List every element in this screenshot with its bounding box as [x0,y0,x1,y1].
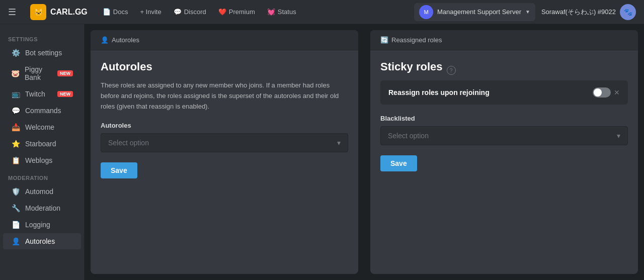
sticky-roles-panel: 🔄 Reassigned roles Sticky roles ? Reassi… [370,30,638,274]
reassign-toggle-row: Reassign roles upon rejoining ✕ [380,80,628,105]
commands-icon: 💬 [11,107,20,115]
server-avatar: M [419,5,433,19]
discord-link[interactable]: 💬 Discord [169,5,211,19]
new-badge: NEW [57,91,73,97]
autoroles-description: These roles are assigned to any new memb… [101,80,348,112]
autoroles-icon: 👤 [11,237,20,245]
sidebar-item-label: Logging [25,221,50,229]
server-name: Management Support Server [437,8,521,16]
username: Sorawaf(そらわぶ) #9022 [541,8,616,17]
autoroles-save-button[interactable]: Save [101,162,137,178]
sidebar-item-label: Twitch [25,90,45,98]
server-selector[interactable]: M Management Support Server ▼ [414,3,535,21]
main-layout: Settings ⚙️ Bot settings 🐷 Piggy Bank NE… [0,24,644,280]
welcome-icon: 📥 [11,123,20,131]
piggy-bank-icon: 🐷 [11,69,20,77]
sidebar-item-label: Autoroles [25,237,55,245]
blacklisted-label: Blacklisted [380,115,628,122]
sidebar-item-label: Automod [25,188,53,196]
logo-text: CARL.GG [50,8,88,17]
invite-link[interactable]: + Invite [135,5,166,19]
sidebar-item-label: Welcome [25,123,54,131]
premium-link[interactable]: ❤️ Premium [213,5,260,19]
autoroles-header-label: Autoroles [112,36,139,44]
help-icon[interactable]: ? [447,66,456,75]
sidebar-item-weblogs[interactable]: 📋 Weblogs [3,152,81,168]
automod-icon: 🛡️ [11,188,20,196]
sticky-roles-panel-header: 🔄 Reassigned roles [370,30,638,50]
autoroles-select-placeholder: Select option [108,139,149,147]
sidebar-item-label: Weblogs [25,156,52,164]
hamburger-icon[interactable]: ☰ [8,7,16,18]
sidebar-item-label: Piggy Bank [25,65,52,81]
settings-section-label: Settings [0,30,84,44]
toggle-clear-icon[interactable]: ✕ [614,88,620,97]
sidebar-item-welcome[interactable]: 📥 Welcome [3,119,81,135]
logo-icon: 🐱 [30,4,46,20]
autoroles-panel: 👤 Autoroles Autoroles These roles are as… [91,30,358,274]
topnav-right: M Management Support Server ▼ Sorawaf(そら… [414,3,636,21]
reassign-toggle-label: Reassign roles upon rejoining [388,88,490,97]
sidebar-item-autoroles[interactable]: 👤 Autoroles [3,233,81,249]
sidebar-item-label: Commands [25,107,61,115]
weblogs-icon: 📋 [11,156,20,164]
autoroles-select[interactable]: Select option ▾ [101,133,348,152]
reassign-toggle-switch[interactable] [593,87,611,98]
sticky-roles-title: Sticky roles [380,60,443,73]
sidebar-item-label: Starboard [25,140,56,148]
moderation-icon: 🔧 [11,204,20,212]
user-avatar[interactable]: 🐾 [620,4,636,20]
sidebar-item-label: Bot settings [25,49,62,57]
sticky-roles-header-row: Sticky roles ? [380,60,628,80]
chevron-down-icon: ▼ [525,9,530,15]
reassigned-roles-header-icon: 🔄 [380,36,388,44]
user-info: Sorawaf(そらわぶ) #9022 🐾 [541,4,636,20]
logging-icon: 📄 [11,221,20,229]
moderation-section-label: Moderation [0,169,84,183]
toggle-controls: ✕ [593,87,620,98]
sticky-roles-panel-body: Sticky roles ? Reassign roles upon rejoi… [370,50,638,274]
autoroles-title: Autoroles [101,60,348,73]
logo: 🐱 CARL.GG [30,4,88,20]
sidebar-item-moderation[interactable]: 🔧 Moderation [3,200,81,216]
topnav-links: 📄 Docs + Invite 💬 Discord ❤️ Premium 💓 S… [98,5,404,19]
docs-link[interactable]: 📄 Docs [98,5,133,19]
autoroles-header-icon: 👤 [101,36,109,44]
new-badge: NEW [57,70,73,76]
blacklisted-select[interactable]: Select option ▾ [380,126,628,145]
autoroles-panel-header: 👤 Autoroles [91,30,358,50]
blacklisted-select-placeholder: Select option [388,132,429,140]
twitch-icon: 📺 [11,90,20,98]
sidebar-item-logging[interactable]: 📄 Logging [3,217,81,233]
sidebar: Settings ⚙️ Bot settings 🐷 Piggy Bank NE… [0,24,85,280]
starboard-icon: ⭐ [11,140,20,148]
sidebar-item-starboard[interactable]: ⭐ Starboard [3,136,81,152]
sticky-roles-header-label: Reassigned roles [391,36,442,44]
sidebar-item-bot-settings[interactable]: ⚙️ Bot settings [3,45,81,61]
topnav: ☰ 🐱 CARL.GG 📄 Docs + Invite 💬 Discord ❤️… [0,0,644,24]
chevron-down-icon: ▾ [617,132,620,140]
content-area: 👤 Autoroles Autoroles These roles are as… [85,24,644,280]
chevron-down-icon: ▾ [337,139,341,147]
sidebar-item-commands[interactable]: 💬 Commands [3,103,81,119]
sidebar-item-automod[interactable]: 🛡️ Automod [3,183,81,200]
sticky-roles-save-button[interactable]: Save [380,155,417,171]
autoroles-panel-body: Autoroles These roles are assigned to an… [91,50,358,274]
autoroles-field-label: Autoroles [101,122,348,129]
sidebar-item-label: Moderation [25,204,60,212]
sidebar-item-twitch[interactable]: 📺 Twitch NEW [3,86,81,102]
bot-settings-icon: ⚙️ [11,49,20,57]
status-link[interactable]: 💓 Status [262,5,301,19]
sidebar-item-piggy-bank[interactable]: 🐷 Piggy Bank NEW [3,61,81,85]
